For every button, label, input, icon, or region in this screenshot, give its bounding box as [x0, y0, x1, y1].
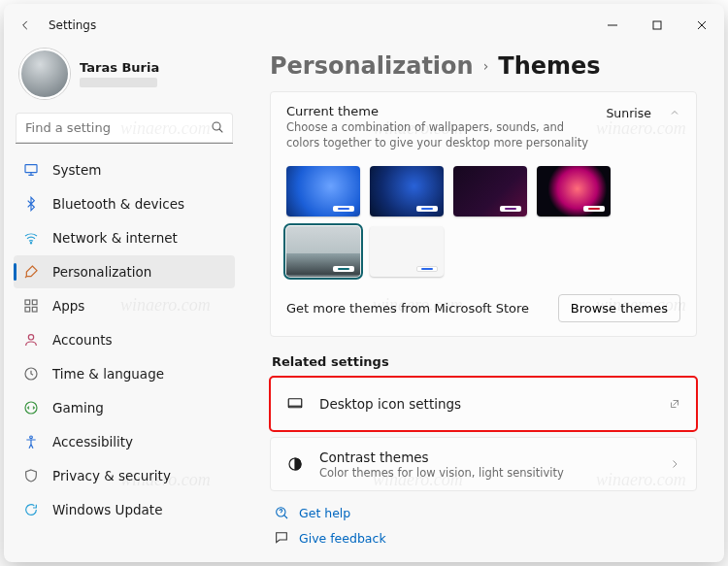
- svg-rect-6: [25, 307, 30, 312]
- profile-name: Taras Buria: [80, 60, 159, 75]
- nav-label: Time & language: [52, 366, 164, 382]
- give-feedback-link[interactable]: Give feedback: [274, 530, 697, 546]
- breadcrumb-parent[interactable]: Personalization: [270, 52, 474, 80]
- search-box[interactable]: [16, 113, 233, 144]
- nav-privacy[interactable]: Privacy & security: [14, 459, 235, 492]
- close-button[interactable]: [679, 10, 724, 41]
- current-theme-card: Current theme Choose a combination of wa…: [270, 91, 697, 337]
- theme-thumb-windows-dark[interactable]: [370, 166, 444, 216]
- update-icon: [23, 502, 39, 517]
- nav-gaming[interactable]: Gaming: [14, 391, 235, 424]
- svg-point-1: [213, 122, 220, 130]
- current-theme-name: Sunrise: [606, 106, 651, 120]
- person-icon: [23, 332, 39, 348]
- bluetooth-icon: [23, 196, 39, 212]
- minimize-button[interactable]: [590, 10, 635, 41]
- nav-label: Gaming: [52, 400, 104, 416]
- theme-thumb-captured-motion[interactable]: [537, 166, 611, 216]
- nav: System Bluetooth & devices Network & int…: [14, 153, 235, 526]
- current-theme-title: Current theme: [286, 104, 594, 118]
- desktop-icon-settings-label: Desktop icon settings: [319, 396, 461, 412]
- feedback-icon: [274, 530, 289, 546]
- system-icon: [23, 162, 39, 178]
- settings-window: Settings Taras Buria: [4, 4, 724, 562]
- main-content: Personalization › Themes Current theme C…: [245, 47, 724, 562]
- contrast-themes-label: Contrast themes: [319, 449, 564, 465]
- theme-grid: [271, 152, 696, 284]
- theme-thumb-sunrise[interactable]: [286, 226, 360, 277]
- help-icon: [274, 505, 289, 520]
- nav-accessibility[interactable]: Accessibility: [14, 425, 235, 458]
- nav-label: Bluetooth & devices: [52, 196, 184, 212]
- accessibility-icon: [23, 434, 39, 449]
- svg-rect-4: [25, 300, 30, 305]
- current-theme-header[interactable]: Current theme Choose a combination of wa…: [271, 92, 696, 152]
- svg-rect-2: [25, 165, 37, 173]
- nav-system[interactable]: System: [14, 153, 235, 186]
- search-icon: [210, 119, 225, 135]
- svg-rect-0: [653, 21, 661, 29]
- nav-label: Accounts: [52, 332, 113, 348]
- open-external-icon: [669, 395, 680, 414]
- nav-label: Privacy & security: [52, 468, 171, 483]
- get-help-link[interactable]: Get help: [274, 505, 697, 520]
- nav-windows-update[interactable]: Windows Update: [14, 493, 235, 526]
- breadcrumb: Personalization › Themes: [270, 52, 697, 80]
- nav-bluetooth[interactable]: Bluetooth & devices: [14, 187, 235, 220]
- contrast-themes-row[interactable]: Contrast themes Color themes for low vis…: [270, 437, 697, 491]
- svg-point-10: [25, 402, 37, 414]
- get-help-label: Get help: [299, 506, 350, 520]
- profile-email: [80, 78, 157, 87]
- related-settings-title: Related settings: [272, 354, 697, 369]
- desktop-icon-settings-row[interactable]: Desktop icon settings: [270, 377, 697, 431]
- svg-rect-7: [32, 307, 37, 312]
- current-theme-desc: Choose a combination of wallpapers, soun…: [286, 120, 594, 150]
- nav-label: Apps: [52, 298, 84, 314]
- nav-label: Accessibility: [52, 434, 133, 449]
- give-feedback-label: Give feedback: [299, 531, 386, 546]
- nav-personalization[interactable]: Personalization: [14, 255, 235, 288]
- maximize-button[interactable]: [635, 10, 679, 41]
- nav-time-language[interactable]: Time & language: [14, 357, 235, 390]
- svg-point-11: [30, 436, 33, 439]
- back-button[interactable]: [10, 10, 41, 41]
- sidebar: Taras Buria System Bluetooth & devices: [4, 47, 245, 562]
- profile-header[interactable]: Taras Buria: [14, 47, 235, 113]
- gaming-icon: [23, 400, 39, 416]
- nav-apps[interactable]: Apps: [14, 289, 235, 322]
- svg-point-8: [28, 335, 33, 340]
- theme-thumb-windows-light[interactable]: [286, 166, 360, 216]
- svg-rect-5: [32, 300, 37, 305]
- wifi-icon: [23, 230, 39, 246]
- chevron-up-icon: [669, 104, 680, 122]
- theme-thumb-glow[interactable]: [453, 166, 527, 216]
- nav-accounts[interactable]: Accounts: [14, 323, 235, 356]
- search-input[interactable]: [16, 113, 233, 144]
- nav-network[interactable]: Network & internet: [14, 221, 235, 254]
- contrast-icon: [286, 455, 304, 473]
- chevron-right-icon: ›: [483, 58, 489, 74]
- apps-icon: [23, 298, 39, 314]
- store-text: Get more themes from Microsoft Store: [286, 301, 529, 316]
- clock-icon: [23, 366, 39, 382]
- titlebar: Settings: [4, 4, 724, 47]
- avatar: [19, 49, 70, 99]
- nav-label: Windows Update: [52, 502, 162, 517]
- nav-label: Network & internet: [52, 230, 178, 246]
- breadcrumb-current: Themes: [498, 52, 600, 80]
- shield-icon: [23, 468, 39, 483]
- desktop-icon: [286, 395, 304, 413]
- chevron-right-icon: [669, 455, 680, 474]
- svg-point-3: [30, 243, 31, 244]
- nav-label: Personalization: [52, 264, 151, 280]
- paintbrush-icon: [23, 264, 39, 280]
- browse-themes-button[interactable]: Browse themes: [558, 294, 680, 322]
- contrast-themes-desc: Color themes for low vision, light sensi…: [319, 466, 564, 480]
- nav-label: System: [52, 162, 101, 178]
- theme-thumb-flow[interactable]: [370, 226, 444, 277]
- window-title: Settings: [49, 18, 96, 32]
